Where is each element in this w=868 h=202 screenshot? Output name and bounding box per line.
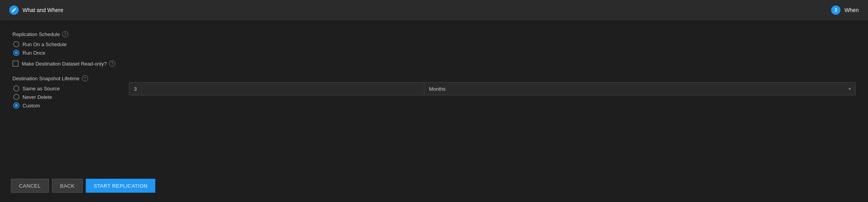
back-button[interactable]: BACK bbox=[52, 179, 83, 193]
replication-schedule-help-icon[interactable]: ? bbox=[62, 31, 68, 37]
snapshot-lifetime-radios: Same as Source Never Delete Custom bbox=[13, 85, 129, 109]
step1-label: What and Where bbox=[23, 7, 63, 13]
header-left: What and Where bbox=[9, 5, 63, 15]
header-right: 2 When bbox=[831, 5, 859, 15]
same-as-source-radio[interactable] bbox=[13, 85, 19, 92]
never-delete-label: Never Delete bbox=[23, 94, 52, 100]
never-delete-radio[interactable] bbox=[13, 94, 19, 100]
snapshot-lifetime-help-icon[interactable]: ? bbox=[82, 75, 88, 81]
make-destination-readonly-item[interactable]: Make Destination Dataset Read-only? ? bbox=[12, 60, 856, 67]
page-container: What and Where 2 When Replication Schedu… bbox=[0, 0, 868, 202]
run-once-label: Run Once bbox=[23, 50, 45, 56]
custom-radio[interactable] bbox=[13, 102, 19, 109]
run-on-schedule-radio[interactable] bbox=[13, 41, 19, 47]
snapshot-unit-select-wrapper: Hours Days Weeks Months Years bbox=[424, 82, 856, 95]
run-once-radio[interactable] bbox=[13, 50, 19, 56]
run-once-option[interactable]: Run Once bbox=[13, 50, 856, 56]
make-destination-readonly-help-icon[interactable]: ? bbox=[109, 60, 115, 67]
run-on-schedule-label: Run On a Schedule bbox=[23, 41, 66, 47]
step2-label: When bbox=[844, 7, 859, 13]
make-destination-readonly-label: Make Destination Dataset Read-only? ? bbox=[22, 60, 115, 67]
custom-option[interactable]: Custom bbox=[13, 102, 129, 109]
run-on-schedule-option[interactable]: Run On a Schedule bbox=[13, 41, 856, 47]
cancel-button[interactable]: CANCEL bbox=[11, 179, 49, 193]
header-bar: What and Where 2 When bbox=[0, 0, 868, 20]
replication-schedule-text: Replication Schedule bbox=[12, 31, 60, 37]
never-delete-option[interactable]: Never Delete bbox=[13, 94, 129, 100]
replication-schedule-title: Replication Schedule ? bbox=[12, 31, 856, 37]
replication-schedule-options: Run On a Schedule Run Once bbox=[13, 41, 856, 56]
snapshot-number-input[interactable] bbox=[129, 82, 424, 95]
step1-icon bbox=[9, 5, 19, 15]
same-as-source-label: Same as Source bbox=[23, 86, 60, 92]
main-content: Replication Schedule ? Run On a Schedule… bbox=[0, 20, 868, 202]
snapshot-left-area: Destination Snapshot Lifetime ? Same as … bbox=[12, 75, 129, 109]
step2-badge: 2 bbox=[831, 5, 840, 15]
snapshot-custom-controls: Hours Days Weeks Months Years bbox=[129, 82, 856, 95]
custom-label: Custom bbox=[23, 103, 40, 109]
footer-actions: CANCEL BACK START REPLICATION bbox=[11, 179, 155, 193]
same-as-source-option[interactable]: Same as Source bbox=[13, 85, 129, 92]
make-destination-readonly-checkbox[interactable] bbox=[12, 60, 19, 67]
snapshot-unit-select[interactable]: Hours Days Weeks Months Years bbox=[424, 82, 856, 95]
destination-snapshot-lifetime-section: Destination Snapshot Lifetime ? Same as … bbox=[12, 75, 856, 109]
start-replication-button[interactable]: START REPLICATION bbox=[86, 179, 155, 193]
snapshot-lifetime-text: Destination Snapshot Lifetime bbox=[12, 76, 80, 81]
destination-snapshot-lifetime-title: Destination Snapshot Lifetime ? bbox=[12, 75, 129, 81]
